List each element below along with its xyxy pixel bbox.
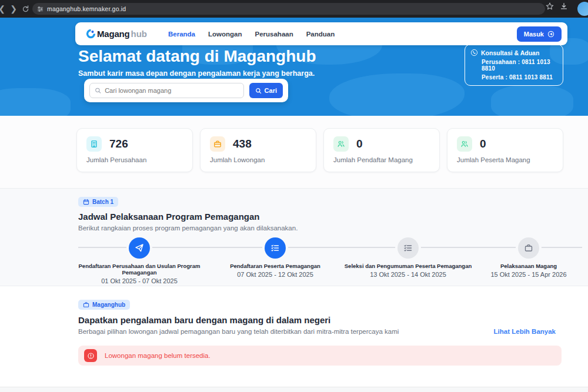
timeline-section: Batch 1 Jadwal Pelaksanaan Program Pemag…: [0, 188, 588, 286]
stat-value: 726: [109, 138, 128, 150]
url-text: maganghub.kemnaker.go.id: [47, 5, 126, 12]
maganghub-logo-icon: [86, 29, 96, 39]
empty-vacancies-alert: Lowongan magang belum tersedia.: [78, 346, 562, 366]
login-icon: [547, 31, 554, 38]
users-icon: [333, 136, 349, 152]
contact-box: Konsultasi & Aduan Perusahaan : 0811 101…: [465, 44, 563, 86]
maganghub-badge: Maganghub: [78, 300, 130, 310]
timeline-step-4: Pelaksanaan Magang 15 Okt 2025 - 15 Apr …: [458, 237, 588, 278]
search-card: Cari: [84, 79, 288, 102]
stat-value: 0: [480, 138, 486, 150]
step-title: Pendaftaran Perusahaan dan Usulan Progra…: [69, 263, 210, 276]
stat-label: Jumlah Perusahaan: [86, 156, 183, 163]
search-input[interactable]: [105, 87, 238, 94]
contact-line-perusahaan: Perusahaan : 0811 1013 8810: [470, 59, 557, 72]
step-date: 01 Okt 2025 - 07 Okt 2025: [69, 277, 210, 284]
maganghub-logo[interactable]: Maganghub: [86, 29, 147, 39]
maganghub-badge-label: Maganghub: [92, 301, 125, 308]
step-date: 13 Okt 2025 - 14 Okt 2025: [338, 271, 479, 278]
forward-icon[interactable]: ❯: [7, 2, 20, 15]
timeline-step-2: Pendaftaran Peserta Pemagangan 07 Okt 20…: [205, 237, 346, 278]
step-date: 15 Okt 2025 - 15 Apr 2026: [458, 271, 588, 278]
vacancies-subtitle: Berbagai pilihan lowongan jadwal pemagan…: [78, 328, 399, 335]
map-decoration: [329, 73, 465, 116]
reload-icon[interactable]: [19, 2, 32, 15]
nav-item-lowongan[interactable]: Lowongan: [208, 31, 242, 38]
users-icon: [457, 136, 472, 152]
alert-icon: [84, 349, 97, 362]
logo-text-bold: Magang: [97, 29, 129, 39]
briefcase-icon: [83, 301, 89, 308]
stat-label: Jumlah Lowongan: [210, 156, 306, 163]
building-icon: [86, 136, 102, 152]
url-bar[interactable]: maganghub.kemnaker.go.id: [32, 3, 545, 15]
nav-item-panduan[interactable]: Panduan: [306, 31, 335, 38]
paper-plane-icon: [129, 237, 150, 259]
footer-band: [0, 387, 588, 392]
stats-section: 726 Jumlah Perusahaan 438 Jumlah Lowonga…: [0, 116, 588, 188]
nav-item-perusahaan[interactable]: Perusahaan: [255, 31, 293, 38]
search-button-label: Cari: [265, 87, 277, 94]
step-date: 07 Okt 2025 - 12 Okt 2025: [205, 271, 346, 278]
hero-subtitle: Sambut karir masa depan dengan pengalama…: [78, 69, 315, 78]
login-button-label: Masuk: [524, 31, 544, 38]
batch-badge: Batch 1: [78, 197, 118, 207]
map-decoration: [491, 85, 573, 116]
briefcase-icon: [518, 237, 539, 259]
vacancies-title: Dapatkan pengalaman baru dengan magang d…: [78, 315, 330, 325]
nav-item-beranda[interactable]: Beranda: [168, 31, 195, 38]
batch-badge-label: Batch 1: [92, 199, 113, 205]
stat-card-lowongan: 438 Jumlah Lowongan: [200, 128, 316, 172]
map-decoration: [0, 88, 71, 116]
whatsapp-icon: [470, 49, 478, 56]
see-more-link[interactable]: Lihat Lebih Banyak: [494, 328, 556, 335]
logo-text-light: hub: [131, 29, 147, 39]
briefcase-icon: [210, 136, 225, 152]
search-button[interactable]: Cari: [249, 83, 283, 98]
profile-avatar[interactable]: [577, 2, 588, 16]
stat-card-perusahaan: 726 Jumlah Perusahaan: [76, 128, 193, 172]
calendar-icon: [83, 199, 89, 205]
nav-links: Beranda Lowongan Perusahaan Panduan: [168, 31, 517, 38]
login-button[interactable]: Masuk: [517, 26, 562, 42]
step-title: Pelaksanaan Magang: [458, 263, 588, 269]
stat-card-peserta: 0 Jumlah Peserta Magang: [447, 128, 563, 172]
stat-value: 0: [356, 138, 363, 150]
checklist-icon: [265, 237, 286, 259]
step-title: Pendaftaran Peserta Pemagangan: [205, 263, 346, 269]
hero-title: Selamat datang di Maganghub: [78, 47, 316, 66]
contact-title: Konsultasi & Aduan: [481, 49, 539, 56]
site-settings-icon[interactable]: [37, 6, 44, 12]
timeline-subtitle: Berikut rangkaian proses program pemagan…: [78, 225, 298, 232]
search-icon: [95, 87, 101, 94]
timeline-step-1: Pendaftaran Perusahaan dan Usulan Progra…: [69, 237, 210, 284]
search-icon: [255, 88, 262, 94]
bookmark-star-icon[interactable]: [546, 2, 554, 11]
alert-message: Lowongan magang belum tersedia.: [105, 352, 211, 359]
download-icon[interactable]: [560, 2, 568, 11]
stat-card-pendaftar: 0 Jumlah Pendaftar Magang: [323, 128, 440, 172]
timeline-step-3: Seleksi dan Pengumuman Peserta Pemaganga…: [338, 237, 479, 278]
search-input-wrapper: [89, 83, 244, 98]
browser-chrome: ❮ ❯ maganghub.kemnaker.go.id: [0, 0, 588, 18]
site-navbar: Maganghub Beranda Lowongan Perusahaan Pa…: [75, 22, 567, 45]
stat-label: Jumlah Peserta Magang: [457, 156, 553, 163]
step-title: Seleksi dan Pengumuman Peserta Pemaganga…: [338, 263, 479, 269]
contact-line-peserta: Peserta : 0811 1013 8811: [470, 74, 557, 81]
checklist-icon: [397, 237, 419, 259]
stat-label: Jumlah Pendaftar Magang: [333, 156, 430, 163]
timeline-title: Jadwal Pelaksanaan Program Pemagangan: [78, 212, 259, 222]
hero-section: Selamat datang di Maganghub Maganghub Be…: [0, 18, 588, 116]
stat-value: 438: [233, 138, 252, 150]
